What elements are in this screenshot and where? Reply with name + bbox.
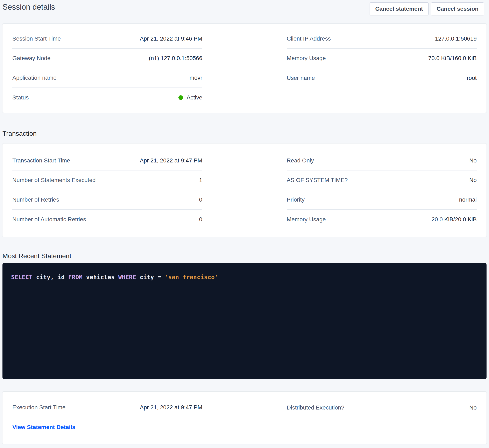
- sql-token-keyword: WHERE: [118, 274, 136, 281]
- link-row: View Statement Details: [12, 417, 202, 437]
- detail-row: Gateway Node(n1) 127.0.0.1:50566: [12, 49, 202, 68]
- row-value: Apr 21, 2022 at 9:47 PM: [140, 157, 202, 164]
- row-value: No: [469, 177, 477, 183]
- sql-token-plain: vehicles: [82, 274, 118, 281]
- row-label: Priority: [287, 196, 305, 203]
- row-label: Memory Usage: [287, 55, 326, 62]
- sql-statement-box: SELECT city, id FROM vehicles WHERE city…: [2, 263, 487, 379]
- row-value: Apr 21, 2022 at 9:47 PM: [140, 404, 202, 411]
- row-label: Status: [12, 94, 29, 101]
- transaction-left-column: Transaction Start TimeApr 21, 2022 at 9:…: [12, 151, 202, 229]
- view-statement-details-link[interactable]: View Statement Details: [12, 424, 75, 431]
- row-label: User name: [287, 75, 315, 81]
- row-label: Gateway Node: [12, 55, 50, 62]
- row-value: Apr 21, 2022 at 9:46 PM: [140, 35, 202, 42]
- transaction-heading: Transaction: [2, 129, 487, 138]
- status-value: Active: [179, 94, 202, 101]
- execution-right-column: Distributed Execution?No: [287, 398, 477, 417]
- statement-heading: Most Recent Statement: [2, 251, 487, 261]
- detail-row: Prioritynormal: [287, 190, 477, 210]
- transaction-card: Transaction Start TimeApr 21, 2022 at 9:…: [2, 143, 487, 237]
- detail-row: Distributed Execution?No: [287, 398, 477, 417]
- row-label: Read Only: [287, 157, 314, 164]
- row-value: No: [469, 404, 477, 411]
- row-label: Application name: [12, 75, 57, 81]
- transaction-right-column: Read OnlyNoAS OF SYSTEM TIME?NoPriorityn…: [287, 151, 477, 229]
- detail-row: Execution Start TimeApr 21, 2022 at 9:47…: [12, 398, 202, 417]
- row-label: Execution Start Time: [12, 404, 65, 411]
- status-text: Active: [187, 94, 202, 101]
- row-value: root: [467, 75, 477, 81]
- detail-row: Memory Usage70.0 KiB/160.0 KiB: [287, 49, 477, 68]
- detail-row: User nameroot: [287, 68, 477, 88]
- sql-token-string: 'san francisco': [165, 274, 218, 281]
- row-value: 0: [199, 196, 202, 203]
- row-label: Client IP Address: [287, 35, 331, 42]
- detail-row: Client IP Address127.0.0.1:50619: [287, 29, 477, 49]
- detail-row: Number of Retries0: [12, 190, 202, 210]
- sql-token-keyword: FROM: [68, 274, 82, 281]
- session-summary-card: Session Start TimeApr 21, 2022 at 9:46 P…: [2, 24, 487, 113]
- execution-left-column: Execution Start TimeApr 21, 2022 at 9:47…: [12, 398, 202, 437]
- detail-row: Read OnlyNo: [287, 151, 477, 170]
- gateway-node-link[interactable]: (n1) 127.0.0.1:50566: [149, 55, 202, 62]
- row-value: 127.0.0.1:50619: [435, 35, 477, 42]
- detail-row: Number of Automatic Retries0: [12, 210, 202, 229]
- row-label: Session Start Time: [12, 35, 61, 42]
- session-summary-left-column: Session Start TimeApr 21, 2022 at 9:46 P…: [12, 29, 202, 107]
- row-label: Distributed Execution?: [287, 404, 344, 411]
- page-title: Session details: [2, 2, 55, 12]
- row-label: Transaction Start Time: [12, 157, 70, 164]
- detail-row: Application namemovr: [12, 68, 202, 88]
- row-label: Number of Statements Executed: [12, 177, 96, 183]
- detail-row: Session Start TimeApr 21, 2022 at 9:46 P…: [12, 29, 202, 49]
- row-label: Number of Retries: [12, 196, 59, 203]
- row-value: normal: [459, 196, 477, 203]
- sql-token-plain: city, id: [33, 274, 68, 281]
- detail-row: AS OF SYSTEM TIME?No: [287, 170, 477, 190]
- row-value: 0: [199, 216, 202, 223]
- row-value: movr: [189, 75, 202, 81]
- row-value: 70.0 KiB/160.0 KiB: [428, 55, 477, 62]
- sql-token-plain: city =: [136, 274, 165, 281]
- cancel-statement-button[interactable]: Cancel statement: [370, 2, 429, 15]
- row-label: AS OF SYSTEM TIME?: [287, 177, 348, 183]
- header-actions: Cancel statement Cancel session: [370, 2, 484, 15]
- detail-row: Transaction Start TimeApr 21, 2022 at 9:…: [12, 151, 202, 170]
- row-value: No: [469, 157, 477, 164]
- detail-row: Number of Statements Executed1: [12, 170, 202, 190]
- detail-row: Memory Usage20.0 KiB/20.0 KiB: [287, 210, 477, 229]
- detail-row: StatusActive: [12, 88, 202, 107]
- cancel-session-button[interactable]: Cancel session: [431, 2, 484, 15]
- row-value: 1: [199, 177, 202, 183]
- row-label: Memory Usage: [287, 216, 326, 223]
- sql-statement-text: SELECT city, id FROM vehicles WHERE city…: [11, 274, 478, 281]
- sql-token-keyword: SELECT: [11, 274, 33, 281]
- session-summary-right-column: Client IP Address127.0.0.1:50619Memory U…: [287, 29, 477, 88]
- row-label: Number of Automatic Retries: [12, 216, 86, 223]
- active-status-dot-icon: [179, 95, 183, 100]
- row-value: 20.0 KiB/20.0 KiB: [432, 216, 477, 223]
- execution-card: Execution Start TimeApr 21, 2022 at 9:47…: [2, 392, 487, 444]
- page-header: Session details Cancel statement Cancel …: [0, 0, 489, 16]
